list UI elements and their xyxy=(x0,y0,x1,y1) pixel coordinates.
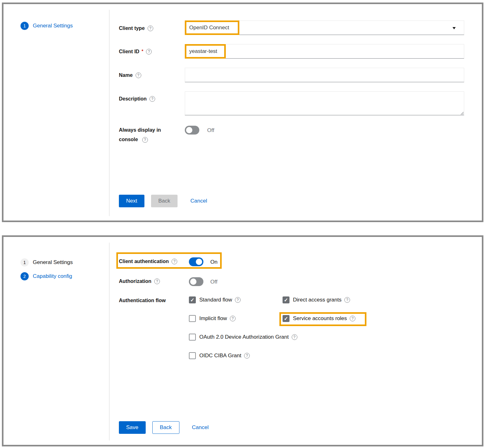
step-label: Capability config xyxy=(33,273,72,279)
oidc-ciba-grant-checkbox[interactable] xyxy=(189,352,196,359)
authorization-label: Authorization xyxy=(119,278,151,285)
implicit-flow-label: Implicit flow xyxy=(199,315,227,322)
step-label: General Settings xyxy=(33,259,73,266)
client-id-label: Client ID xyxy=(119,48,139,55)
wizard-step-capability-config[interactable]: 2 Capability config xyxy=(20,272,72,280)
back-button[interactable]: Back xyxy=(152,421,179,434)
toggle-knob xyxy=(186,127,192,133)
step-number-badge: 2 xyxy=(20,272,29,280)
always-display-state: Off xyxy=(207,127,214,134)
step-label: General Settings xyxy=(33,23,73,29)
help-icon[interactable]: ? xyxy=(230,316,236,321)
checkbox-item-service-accounts-roles: Service accounts roles ? xyxy=(283,315,355,322)
checkbox-item-standard-flow: Standard flow ? xyxy=(189,296,241,303)
always-display-label-row: Always display in console ? xyxy=(119,125,169,144)
wizard-footer: Save Back Cancel xyxy=(119,421,208,434)
help-icon[interactable]: ? xyxy=(292,334,297,340)
always-display-label: Always display in console xyxy=(119,127,161,142)
help-icon[interactable]: ? xyxy=(148,26,153,31)
client-type-label-row: Client type ? xyxy=(119,25,153,32)
description-label: Description xyxy=(119,95,147,102)
client-authentication-state: On xyxy=(210,259,218,265)
authentication-flow-label: Authentication flow xyxy=(119,297,166,304)
panel-divider xyxy=(109,243,109,440)
wizard-panel-general-settings: 1 General Settings Client type ? OpenID … xyxy=(2,3,483,222)
checkbox-item-oauth-device-grant: OAuth 2.0 Device Authorization Grant ? xyxy=(189,334,297,341)
chevron-down-icon xyxy=(453,27,456,29)
help-icon[interactable]: ? xyxy=(350,316,355,321)
checkbox-item-implicit-flow: Implicit flow ? xyxy=(189,315,236,322)
client-id-label-row: Client ID * ? xyxy=(119,48,152,55)
panel-divider xyxy=(109,10,109,216)
description-label-row: Description ? xyxy=(119,95,155,102)
back-button[interactable]: Back xyxy=(151,195,178,207)
wizard-step-general-settings[interactable]: 1 General Settings xyxy=(20,22,73,30)
standard-flow-checkbox[interactable] xyxy=(189,296,196,303)
description-textarea[interactable] xyxy=(185,91,464,115)
help-icon[interactable]: ? xyxy=(149,96,155,102)
oauth-device-grant-label: OAuth 2.0 Device Authorization Grant xyxy=(199,334,289,340)
client-type-select[interactable]: OpenID Connect xyxy=(185,20,464,35)
authentication-flow-label-row: Authentication flow xyxy=(119,297,166,304)
help-icon[interactable]: ? xyxy=(154,279,160,284)
help-icon[interactable]: ? xyxy=(146,49,152,55)
wizard-footer: Next Back Cancel xyxy=(119,195,207,207)
client-authentication-label: Client authentication xyxy=(119,258,169,265)
toggle-knob xyxy=(196,259,202,265)
service-accounts-roles-checkbox[interactable] xyxy=(283,315,289,322)
client-type-label: Client type xyxy=(119,25,145,32)
checkbox-item-direct-access-grants: Direct access grants ? xyxy=(283,296,350,303)
authorization-state: Off xyxy=(210,279,217,285)
step-number-badge: 1 xyxy=(20,22,29,30)
help-icon[interactable]: ? xyxy=(142,137,148,143)
client-type-value: OpenID Connect xyxy=(189,25,229,31)
direct-access-grants-checkbox[interactable] xyxy=(283,296,289,303)
cancel-button[interactable]: Cancel xyxy=(190,195,207,207)
help-icon[interactable]: ? xyxy=(344,297,350,303)
wizard-panel-capability-config: 1 General Settings 2 Capability config C… xyxy=(2,235,483,446)
oidc-ciba-grant-label: OIDC CIBA Grant xyxy=(199,353,241,359)
client-authentication-label-row: Client authentication ? xyxy=(119,258,177,265)
always-display-toggle[interactable] xyxy=(185,126,199,135)
step-number-badge: 1 xyxy=(20,258,29,267)
oauth-device-grant-checkbox[interactable] xyxy=(189,334,196,341)
client-id-input[interactable] xyxy=(185,44,464,59)
checkbox-item-oidc-ciba-grant: OIDC CIBA Grant ? xyxy=(189,352,250,359)
name-label-row: Name ? xyxy=(119,72,141,79)
direct-access-grants-label: Direct access grants xyxy=(293,297,342,303)
wizard-step-general-settings[interactable]: 1 General Settings xyxy=(20,258,73,267)
authorization-toggle[interactable] xyxy=(189,277,203,286)
client-authentication-toggle[interactable] xyxy=(189,257,203,266)
required-asterisk: * xyxy=(142,48,143,55)
save-button[interactable]: Save xyxy=(119,421,146,434)
help-icon[interactable]: ? xyxy=(235,297,241,303)
name-input[interactable] xyxy=(185,68,464,82)
standard-flow-label: Standard flow xyxy=(199,297,232,303)
name-label: Name xyxy=(119,72,133,79)
toggle-knob xyxy=(190,279,196,285)
next-button[interactable]: Next xyxy=(119,195,144,207)
service-accounts-roles-label: Service accounts roles xyxy=(293,315,347,322)
authorization-label-row: Authorization ? xyxy=(119,278,160,285)
help-icon[interactable]: ? xyxy=(172,259,177,264)
cancel-button[interactable]: Cancel xyxy=(192,421,209,434)
help-icon[interactable]: ? xyxy=(244,353,250,359)
implicit-flow-checkbox[interactable] xyxy=(189,315,196,322)
help-icon[interactable]: ? xyxy=(136,72,141,78)
